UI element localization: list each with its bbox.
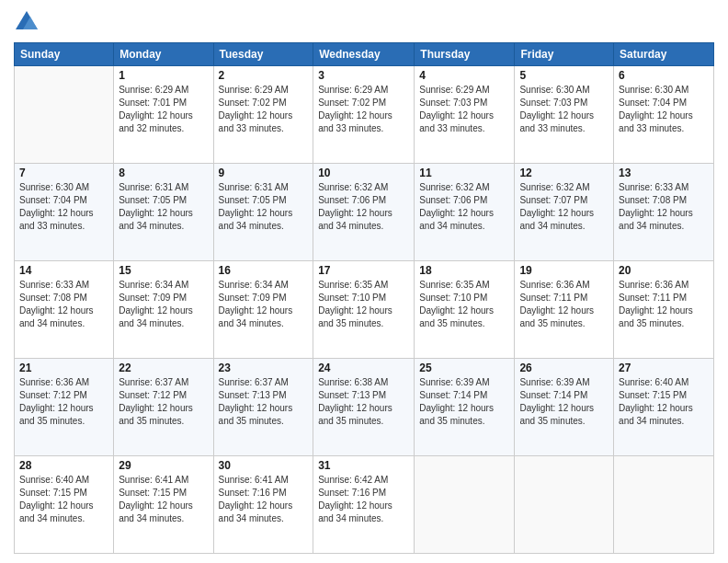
- day-number: 26: [519, 362, 609, 374]
- day-info: Sunrise: 6:40 AM Sunset: 7:15 PM Dayligh…: [619, 376, 709, 428]
- day-number: 20: [619, 264, 709, 277]
- calendar-cell: 8Sunrise: 6:31 AM Sunset: 7:05 PM Daylig…: [114, 164, 213, 261]
- day-info: Sunrise: 6:32 AM Sunset: 7:06 PM Dayligh…: [318, 181, 409, 233]
- day-number: 27: [619, 362, 709, 374]
- weekday-header-thursday: Thursday: [415, 43, 515, 66]
- calendar-cell: 2Sunrise: 6:29 AM Sunset: 7:02 PM Daylig…: [213, 66, 313, 164]
- weekday-header-wednesday: Wednesday: [313, 43, 415, 66]
- day-info: Sunrise: 6:30 AM Sunset: 7:04 PM Dayligh…: [619, 84, 709, 135]
- day-info: Sunrise: 6:33 AM Sunset: 7:08 PM Dayligh…: [19, 279, 108, 330]
- calendar-cell: [614, 456, 714, 554]
- day-number: 23: [219, 362, 309, 374]
- weekday-header-tuesday: Tuesday: [213, 43, 313, 66]
- day-number: 24: [318, 362, 409, 374]
- calendar-cell: 30Sunrise: 6:41 AM Sunset: 7:16 PM Dayli…: [213, 456, 313, 554]
- calendar-cell: 7Sunrise: 6:30 AM Sunset: 7:04 PM Daylig…: [15, 164, 114, 261]
- calendar-cell: 10Sunrise: 6:32 AM Sunset: 7:06 PM Dayli…: [313, 164, 415, 261]
- day-info: Sunrise: 6:35 AM Sunset: 7:10 PM Dayligh…: [318, 279, 409, 330]
- day-info: Sunrise: 6:37 AM Sunset: 7:12 PM Dayligh…: [119, 376, 208, 428]
- calendar-cell: 24Sunrise: 6:38 AM Sunset: 7:13 PM Dayli…: [313, 359, 415, 456]
- day-info: Sunrise: 6:39 AM Sunset: 7:14 PM Dayligh…: [419, 376, 509, 428]
- calendar: SundayMondayTuesdayWednesdayThursdayFrid…: [14, 42, 714, 554]
- calendar-cell: [515, 456, 614, 554]
- calendar-cell: 6Sunrise: 6:30 AM Sunset: 7:04 PM Daylig…: [614, 66, 714, 164]
- day-number: 11: [419, 167, 509, 179]
- calendar-cell: 25Sunrise: 6:39 AM Sunset: 7:14 PM Dayli…: [415, 359, 515, 456]
- day-info: Sunrise: 6:36 AM Sunset: 7:11 PM Dayligh…: [519, 279, 609, 330]
- calendar-cell: 21Sunrise: 6:36 AM Sunset: 7:12 PM Dayli…: [15, 359, 114, 456]
- day-number: 13: [619, 167, 709, 179]
- weekday-header-sunday: Sunday: [15, 43, 114, 66]
- calendar-cell: [415, 456, 515, 554]
- day-info: Sunrise: 6:29 AM Sunset: 7:01 PM Dayligh…: [119, 84, 208, 135]
- calendar-cell: 13Sunrise: 6:33 AM Sunset: 7:08 PM Dayli…: [614, 164, 714, 261]
- calendar-cell: 18Sunrise: 6:35 AM Sunset: 7:10 PM Dayli…: [415, 261, 515, 359]
- calendar-cell: 11Sunrise: 6:32 AM Sunset: 7:06 PM Dayli…: [415, 164, 515, 261]
- calendar-cell: 23Sunrise: 6:37 AM Sunset: 7:13 PM Dayli…: [213, 359, 313, 456]
- day-number: 29: [119, 459, 208, 472]
- day-number: 25: [419, 362, 509, 374]
- calendar-cell: 16Sunrise: 6:34 AM Sunset: 7:09 PM Dayli…: [213, 261, 313, 359]
- calendar-cell: 3Sunrise: 6:29 AM Sunset: 7:02 PM Daylig…: [313, 66, 415, 164]
- day-info: Sunrise: 6:34 AM Sunset: 7:09 PM Dayligh…: [119, 279, 208, 330]
- calendar-cell: 12Sunrise: 6:32 AM Sunset: 7:07 PM Dayli…: [515, 164, 614, 261]
- week-row-5: 28Sunrise: 6:40 AM Sunset: 7:15 PM Dayli…: [15, 456, 714, 554]
- day-number: 18: [419, 264, 509, 277]
- calendar-cell: 19Sunrise: 6:36 AM Sunset: 7:11 PM Dayli…: [515, 261, 614, 359]
- calendar-cell: 9Sunrise: 6:31 AM Sunset: 7:05 PM Daylig…: [213, 164, 313, 261]
- day-number: 5: [519, 69, 609, 82]
- week-row-1: 1Sunrise: 6:29 AM Sunset: 7:01 PM Daylig…: [15, 66, 714, 164]
- day-info: Sunrise: 6:37 AM Sunset: 7:13 PM Dayligh…: [219, 376, 309, 428]
- day-number: 28: [19, 459, 108, 472]
- day-info: Sunrise: 6:32 AM Sunset: 7:06 PM Dayligh…: [419, 181, 509, 233]
- day-number: 16: [219, 264, 309, 277]
- calendar-cell: 26Sunrise: 6:39 AM Sunset: 7:14 PM Dayli…: [515, 359, 614, 456]
- day-number: 21: [19, 362, 108, 374]
- day-number: 22: [119, 362, 208, 374]
- day-number: 8: [119, 167, 208, 179]
- day-number: 7: [19, 167, 108, 179]
- day-info: Sunrise: 6:40 AM Sunset: 7:15 PM Dayligh…: [19, 474, 108, 525]
- week-row-3: 14Sunrise: 6:33 AM Sunset: 7:08 PM Dayli…: [15, 261, 714, 359]
- day-number: 1: [119, 69, 208, 82]
- day-info: Sunrise: 6:29 AM Sunset: 7:02 PM Dayligh…: [318, 84, 409, 135]
- calendar-cell: 29Sunrise: 6:41 AM Sunset: 7:15 PM Dayli…: [114, 456, 213, 554]
- week-row-2: 7Sunrise: 6:30 AM Sunset: 7:04 PM Daylig…: [15, 164, 714, 261]
- day-info: Sunrise: 6:31 AM Sunset: 7:05 PM Dayligh…: [119, 181, 208, 233]
- day-info: Sunrise: 6:42 AM Sunset: 7:16 PM Dayligh…: [318, 474, 409, 525]
- day-info: Sunrise: 6:35 AM Sunset: 7:10 PM Dayligh…: [419, 279, 509, 330]
- day-number: 17: [318, 264, 409, 277]
- calendar-cell: 28Sunrise: 6:40 AM Sunset: 7:15 PM Dayli…: [15, 456, 114, 554]
- day-info: Sunrise: 6:32 AM Sunset: 7:07 PM Dayligh…: [519, 181, 609, 233]
- day-info: Sunrise: 6:29 AM Sunset: 7:03 PM Dayligh…: [419, 84, 509, 135]
- day-info: Sunrise: 6:36 AM Sunset: 7:11 PM Dayligh…: [619, 279, 709, 330]
- day-number: 31: [318, 459, 409, 472]
- calendar-cell: [15, 66, 114, 164]
- logo-icon: [14, 9, 40, 35]
- calendar-cell: 14Sunrise: 6:33 AM Sunset: 7:08 PM Dayli…: [15, 261, 114, 359]
- calendar-cell: 1Sunrise: 6:29 AM Sunset: 7:01 PM Daylig…: [114, 66, 213, 164]
- day-number: 6: [619, 69, 709, 82]
- day-number: 3: [318, 69, 409, 82]
- calendar-cell: 31Sunrise: 6:42 AM Sunset: 7:16 PM Dayli…: [313, 456, 415, 554]
- weekday-header-saturday: Saturday: [614, 43, 714, 66]
- day-info: Sunrise: 6:31 AM Sunset: 7:05 PM Dayligh…: [219, 181, 309, 233]
- calendar-cell: 22Sunrise: 6:37 AM Sunset: 7:12 PM Dayli…: [114, 359, 213, 456]
- day-info: Sunrise: 6:36 AM Sunset: 7:12 PM Dayligh…: [19, 376, 108, 428]
- day-number: 10: [318, 167, 409, 179]
- calendar-cell: 17Sunrise: 6:35 AM Sunset: 7:10 PM Dayli…: [313, 261, 415, 359]
- day-number: 15: [119, 264, 208, 277]
- calendar-cell: 15Sunrise: 6:34 AM Sunset: 7:09 PM Dayli…: [114, 261, 213, 359]
- day-number: 4: [419, 69, 509, 82]
- day-info: Sunrise: 6:39 AM Sunset: 7:14 PM Dayligh…: [519, 376, 609, 428]
- calendar-cell: 20Sunrise: 6:36 AM Sunset: 7:11 PM Dayli…: [614, 261, 714, 359]
- week-row-4: 21Sunrise: 6:36 AM Sunset: 7:12 PM Dayli…: [15, 359, 714, 456]
- logo: [14, 9, 43, 35]
- day-info: Sunrise: 6:41 AM Sunset: 7:15 PM Dayligh…: [119, 474, 208, 525]
- day-number: 30: [219, 459, 309, 472]
- day-info: Sunrise: 6:29 AM Sunset: 7:02 PM Dayligh…: [219, 84, 309, 135]
- day-info: Sunrise: 6:30 AM Sunset: 7:04 PM Dayligh…: [19, 181, 108, 233]
- day-number: 19: [519, 264, 609, 277]
- day-number: 12: [519, 167, 609, 179]
- day-info: Sunrise: 6:34 AM Sunset: 7:09 PM Dayligh…: [219, 279, 309, 330]
